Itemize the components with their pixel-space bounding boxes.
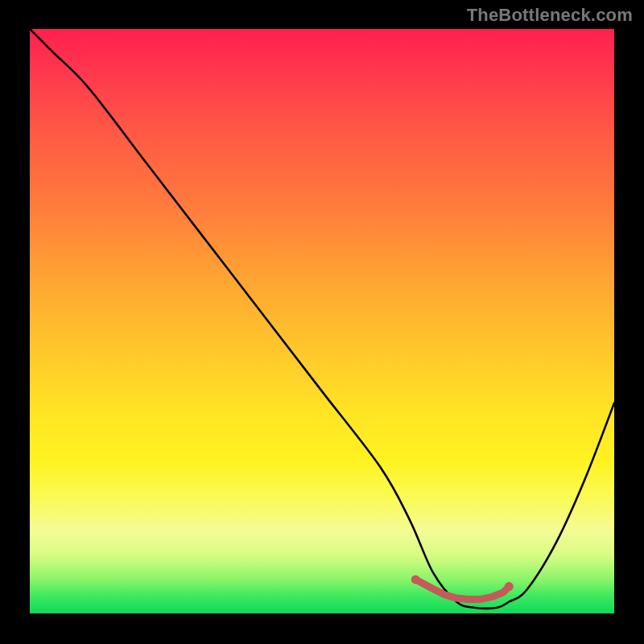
bottom-marker-stroke (415, 580, 509, 600)
bottleneck-curve-svg (30, 29, 614, 613)
bottom-marker-group (411, 575, 514, 599)
bottom-marker-dot (411, 575, 420, 584)
bottleneck-curve-path (30, 29, 614, 609)
bottom-marker-dot (505, 582, 514, 591)
watermark-label: TheBottleneck.com (467, 5, 633, 26)
chart-container: TheBottleneck.com (0, 0, 644, 644)
